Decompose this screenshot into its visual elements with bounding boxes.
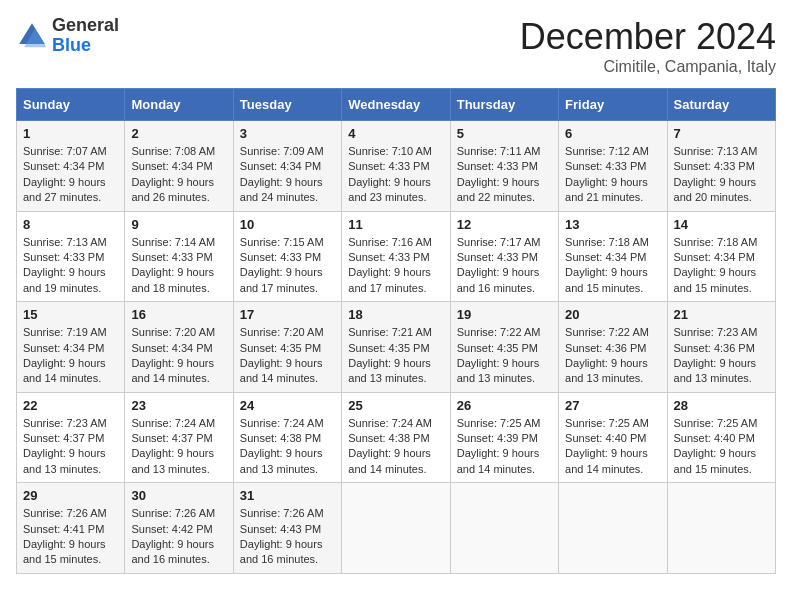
calendar-cell: 4Sunrise: 7:10 AMSunset: 4:33 PMDaylight… xyxy=(342,121,450,212)
day-info: Sunrise: 7:19 AMSunset: 4:34 PMDaylight:… xyxy=(23,325,118,387)
day-number: 16 xyxy=(131,307,226,322)
day-number: 20 xyxy=(565,307,660,322)
day-info: Sunrise: 7:24 AMSunset: 4:37 PMDaylight:… xyxy=(131,416,226,478)
day-number: 8 xyxy=(23,217,118,232)
calendar-cell: 30Sunrise: 7:26 AMSunset: 4:42 PMDayligh… xyxy=(125,483,233,574)
day-number: 21 xyxy=(674,307,769,322)
weekday-header-monday: Monday xyxy=(125,89,233,121)
day-info: Sunrise: 7:15 AMSunset: 4:33 PMDaylight:… xyxy=(240,235,335,297)
weekday-row: SundayMondayTuesdayWednesdayThursdayFrid… xyxy=(17,89,776,121)
day-info: Sunrise: 7:08 AMSunset: 4:34 PMDaylight:… xyxy=(131,144,226,206)
week-row-4: 22Sunrise: 7:23 AMSunset: 4:37 PMDayligh… xyxy=(17,392,776,483)
day-number: 12 xyxy=(457,217,552,232)
week-row-3: 15Sunrise: 7:19 AMSunset: 4:34 PMDayligh… xyxy=(17,302,776,393)
day-info: Sunrise: 7:22 AMSunset: 4:35 PMDaylight:… xyxy=(457,325,552,387)
day-number: 24 xyxy=(240,398,335,413)
day-number: 15 xyxy=(23,307,118,322)
week-row-1: 1Sunrise: 7:07 AMSunset: 4:34 PMDaylight… xyxy=(17,121,776,212)
day-number: 18 xyxy=(348,307,443,322)
day-number: 4 xyxy=(348,126,443,141)
day-info: Sunrise: 7:20 AMSunset: 4:35 PMDaylight:… xyxy=(240,325,335,387)
calendar-cell: 11Sunrise: 7:16 AMSunset: 4:33 PMDayligh… xyxy=(342,211,450,302)
calendar-cell: 7Sunrise: 7:13 AMSunset: 4:33 PMDaylight… xyxy=(667,121,775,212)
calendar-cell: 31Sunrise: 7:26 AMSunset: 4:43 PMDayligh… xyxy=(233,483,341,574)
calendar-cell: 3Sunrise: 7:09 AMSunset: 4:34 PMDaylight… xyxy=(233,121,341,212)
weekday-header-wednesday: Wednesday xyxy=(342,89,450,121)
day-number: 28 xyxy=(674,398,769,413)
calendar-cell: 16Sunrise: 7:20 AMSunset: 4:34 PMDayligh… xyxy=(125,302,233,393)
day-info: Sunrise: 7:23 AMSunset: 4:36 PMDaylight:… xyxy=(674,325,769,387)
day-number: 1 xyxy=(23,126,118,141)
day-number: 10 xyxy=(240,217,335,232)
day-info: Sunrise: 7:22 AMSunset: 4:36 PMDaylight:… xyxy=(565,325,660,387)
calendar-cell: 19Sunrise: 7:22 AMSunset: 4:35 PMDayligh… xyxy=(450,302,558,393)
calendar-cell: 12Sunrise: 7:17 AMSunset: 4:33 PMDayligh… xyxy=(450,211,558,302)
day-info: Sunrise: 7:07 AMSunset: 4:34 PMDaylight:… xyxy=(23,144,118,206)
calendar-cell: 21Sunrise: 7:23 AMSunset: 4:36 PMDayligh… xyxy=(667,302,775,393)
day-info: Sunrise: 7:10 AMSunset: 4:33 PMDaylight:… xyxy=(348,144,443,206)
weekday-header-thursday: Thursday xyxy=(450,89,558,121)
calendar-cell: 10Sunrise: 7:15 AMSunset: 4:33 PMDayligh… xyxy=(233,211,341,302)
calendar-cell: 23Sunrise: 7:24 AMSunset: 4:37 PMDayligh… xyxy=(125,392,233,483)
location: Cimitile, Campania, Italy xyxy=(520,58,776,76)
day-info: Sunrise: 7:16 AMSunset: 4:33 PMDaylight:… xyxy=(348,235,443,297)
calendar-cell: 29Sunrise: 7:26 AMSunset: 4:41 PMDayligh… xyxy=(17,483,125,574)
weekday-header-saturday: Saturday xyxy=(667,89,775,121)
day-info: Sunrise: 7:09 AMSunset: 4:34 PMDaylight:… xyxy=(240,144,335,206)
day-number: 19 xyxy=(457,307,552,322)
day-number: 7 xyxy=(674,126,769,141)
day-number: 23 xyxy=(131,398,226,413)
calendar-cell xyxy=(559,483,667,574)
calendar-header: SundayMondayTuesdayWednesdayThursdayFrid… xyxy=(17,89,776,121)
day-info: Sunrise: 7:26 AMSunset: 4:43 PMDaylight:… xyxy=(240,506,335,568)
calendar-cell: 14Sunrise: 7:18 AMSunset: 4:34 PMDayligh… xyxy=(667,211,775,302)
logo-icon xyxy=(16,20,48,52)
day-number: 2 xyxy=(131,126,226,141)
calendar-cell: 26Sunrise: 7:25 AMSunset: 4:39 PMDayligh… xyxy=(450,392,558,483)
calendar-cell: 25Sunrise: 7:24 AMSunset: 4:38 PMDayligh… xyxy=(342,392,450,483)
calendar-cell: 2Sunrise: 7:08 AMSunset: 4:34 PMDaylight… xyxy=(125,121,233,212)
calendar-cell: 8Sunrise: 7:13 AMSunset: 4:33 PMDaylight… xyxy=(17,211,125,302)
calendar-cell xyxy=(342,483,450,574)
day-info: Sunrise: 7:20 AMSunset: 4:34 PMDaylight:… xyxy=(131,325,226,387)
calendar-body: 1Sunrise: 7:07 AMSunset: 4:34 PMDaylight… xyxy=(17,121,776,574)
logo: General Blue xyxy=(16,16,119,56)
day-number: 11 xyxy=(348,217,443,232)
day-info: Sunrise: 7:26 AMSunset: 4:41 PMDaylight:… xyxy=(23,506,118,568)
day-number: 22 xyxy=(23,398,118,413)
weekday-header-tuesday: Tuesday xyxy=(233,89,341,121)
calendar-cell xyxy=(450,483,558,574)
day-info: Sunrise: 7:24 AMSunset: 4:38 PMDaylight:… xyxy=(348,416,443,478)
weekday-header-sunday: Sunday xyxy=(17,89,125,121)
month-title: December 2024 xyxy=(520,16,776,58)
day-info: Sunrise: 7:18 AMSunset: 4:34 PMDaylight:… xyxy=(565,235,660,297)
calendar-table: SundayMondayTuesdayWednesdayThursdayFrid… xyxy=(16,88,776,574)
day-info: Sunrise: 7:12 AMSunset: 4:33 PMDaylight:… xyxy=(565,144,660,206)
day-info: Sunrise: 7:11 AMSunset: 4:33 PMDaylight:… xyxy=(457,144,552,206)
calendar-cell: 22Sunrise: 7:23 AMSunset: 4:37 PMDayligh… xyxy=(17,392,125,483)
week-row-5: 29Sunrise: 7:26 AMSunset: 4:41 PMDayligh… xyxy=(17,483,776,574)
page-header: General Blue December 2024 Cimitile, Cam… xyxy=(16,16,776,76)
calendar-cell xyxy=(667,483,775,574)
day-number: 30 xyxy=(131,488,226,503)
day-info: Sunrise: 7:17 AMSunset: 4:33 PMDaylight:… xyxy=(457,235,552,297)
logo-blue: Blue xyxy=(52,36,119,56)
calendar-cell: 13Sunrise: 7:18 AMSunset: 4:34 PMDayligh… xyxy=(559,211,667,302)
day-info: Sunrise: 7:24 AMSunset: 4:38 PMDaylight:… xyxy=(240,416,335,478)
day-number: 3 xyxy=(240,126,335,141)
calendar-cell: 5Sunrise: 7:11 AMSunset: 4:33 PMDaylight… xyxy=(450,121,558,212)
day-number: 31 xyxy=(240,488,335,503)
day-number: 27 xyxy=(565,398,660,413)
logo-text: General Blue xyxy=(52,16,119,56)
weekday-header-friday: Friday xyxy=(559,89,667,121)
day-info: Sunrise: 7:26 AMSunset: 4:42 PMDaylight:… xyxy=(131,506,226,568)
calendar-cell: 15Sunrise: 7:19 AMSunset: 4:34 PMDayligh… xyxy=(17,302,125,393)
day-info: Sunrise: 7:18 AMSunset: 4:34 PMDaylight:… xyxy=(674,235,769,297)
day-info: Sunrise: 7:13 AMSunset: 4:33 PMDaylight:… xyxy=(23,235,118,297)
day-info: Sunrise: 7:25 AMSunset: 4:39 PMDaylight:… xyxy=(457,416,552,478)
day-info: Sunrise: 7:14 AMSunset: 4:33 PMDaylight:… xyxy=(131,235,226,297)
title-block: December 2024 Cimitile, Campania, Italy xyxy=(520,16,776,76)
day-info: Sunrise: 7:13 AMSunset: 4:33 PMDaylight:… xyxy=(674,144,769,206)
calendar-cell: 1Sunrise: 7:07 AMSunset: 4:34 PMDaylight… xyxy=(17,121,125,212)
calendar-cell: 20Sunrise: 7:22 AMSunset: 4:36 PMDayligh… xyxy=(559,302,667,393)
